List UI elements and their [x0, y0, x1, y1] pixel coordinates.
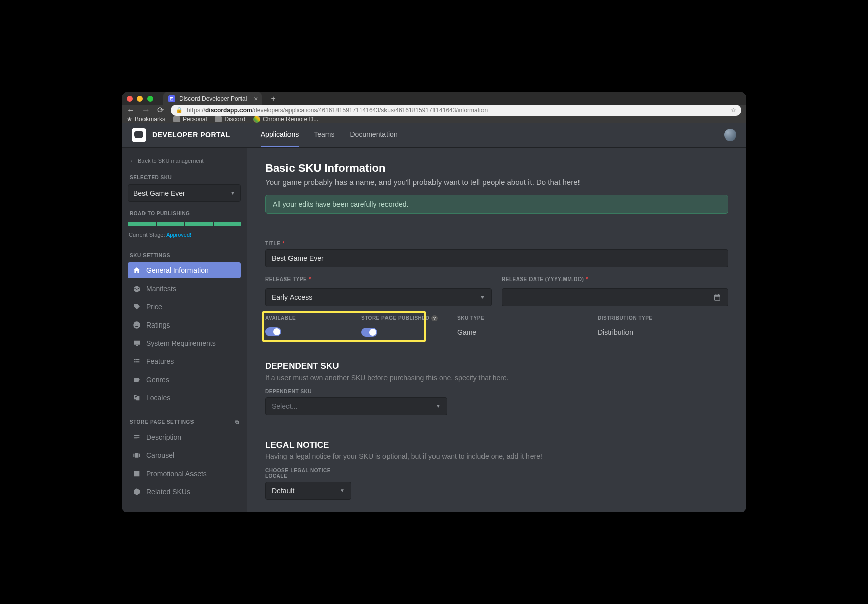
sku-selector-value: Best Game Ever — [133, 189, 185, 197]
current-stage: Current Stage: Approved! — [128, 231, 241, 238]
store-published-label: STORE PAGE PUBLISHED — [361, 315, 429, 321]
legal-locale-select[interactable]: Default ▼ — [265, 482, 351, 500]
sidebar-item-features[interactable]: Features — [128, 353, 241, 369]
release-date-input[interactable] — [502, 288, 728, 306]
chevron-down-icon: ▼ — [436, 403, 441, 409]
image-icon — [133, 470, 141, 478]
smile-icon — [133, 321, 141, 329]
nav-teams[interactable]: Teams — [314, 123, 334, 147]
title-label: TITLE — [265, 241, 280, 246]
minimize-window-button[interactable] — [137, 96, 143, 102]
sidebar-item-related-skus[interactable]: Related SKUs — [128, 484, 241, 500]
brand-text: DEVELOPER PORTAL — [152, 131, 230, 139]
calendar-icon — [713, 293, 721, 301]
dependent-sku-label: DEPENDENT SKU — [265, 389, 312, 394]
bookmarks-bar: ★Bookmarks Personal Discord Chrome Remot… — [122, 116, 746, 123]
back-button[interactable]: ← — [127, 106, 135, 115]
sidebar-item-ratings[interactable]: Ratings — [128, 317, 241, 333]
reload-button[interactable]: ⟳ — [157, 105, 164, 115]
success-banner: All your edits have been carefully recor… — [265, 195, 728, 214]
legal-notice-heading: LEGAL NOTICE — [265, 440, 728, 450]
close-window-button[interactable] — [127, 96, 133, 102]
label-icon — [133, 376, 141, 384]
dependent-sku-heading: DEPENDENT SKU — [265, 361, 728, 371]
translate-icon — [133, 394, 141, 402]
list-icon — [133, 357, 141, 365]
title-field: TITLE* — [265, 241, 728, 267]
sidebar-item-manifests[interactable]: Manifests — [128, 281, 241, 297]
user-avatar[interactable] — [724, 129, 736, 141]
sidebar-item-price[interactable]: Price — [128, 299, 241, 315]
sku-settings-label: SKU SETTINGS — [128, 251, 241, 260]
sidebar-item-promotional-assets[interactable]: Promotional Assets — [128, 466, 241, 482]
page-subtitle: Your game probably has a name, and you'l… — [265, 178, 728, 187]
legal-locale-label: CHOOSE LEGAL NOTICE LOCALE — [265, 468, 351, 479]
lock-icon: 🔒 — [176, 107, 183, 113]
forward-button[interactable]: → — [142, 106, 150, 115]
close-tab-icon[interactable]: × — [254, 95, 258, 103]
new-tab-button[interactable]: + — [271, 94, 275, 103]
sku-selector[interactable]: Best Game Ever ▼ — [128, 184, 241, 202]
maximize-window-button[interactable] — [147, 96, 153, 102]
store-published-toggle[interactable] — [361, 328, 377, 337]
tag-icon — [133, 303, 141, 311]
external-link-icon[interactable]: ⧉ — [235, 419, 239, 425]
bookmark-bookmarks[interactable]: ★Bookmarks — [127, 116, 165, 123]
tab-title: Discord Developer Portal — [179, 95, 247, 102]
box-icon — [133, 285, 141, 293]
sidebar-item-carousel[interactable]: Carousel — [128, 447, 241, 463]
titlebar: ⊡ Discord Developer Portal × + — [122, 92, 746, 105]
monitor-icon — [133, 339, 141, 347]
store-page-settings-label: STORE PAGE SETTINGS ⧉ — [128, 417, 241, 427]
title-input[interactable] — [265, 249, 728, 267]
browser-window: ⊡ Discord Developer Portal × + ← → ⟳ 🔒 h… — [122, 92, 746, 512]
bookmark-discord[interactable]: Discord — [215, 116, 245, 123]
nav-applications[interactable]: Applications — [261, 123, 299, 147]
bookmark-star-icon[interactable]: ☆ — [731, 107, 736, 114]
available-toggle[interactable] — [265, 327, 281, 336]
distribution-type-value: Distribution — [598, 328, 728, 336]
text-icon — [133, 433, 141, 441]
browser-tab[interactable]: ⊡ Discord Developer Portal × — [163, 92, 262, 105]
legal-notice-sub: Having a legal notice for your SKU is op… — [265, 452, 728, 460]
package-icon — [133, 488, 141, 496]
arrow-left-icon: ← — [130, 158, 135, 164]
main-content: Basic SKU Information Your game probably… — [247, 148, 746, 512]
sidebar-item-genres[interactable]: Genres — [128, 371, 241, 388]
sidebar-item-system-requirements[interactable]: System Requirements — [128, 335, 241, 351]
sidebar-item-general-information[interactable]: General Information — [128, 262, 241, 278]
road-to-publishing-label: ROAD TO PUBLISHING — [128, 209, 241, 218]
back-to-sku-link[interactable]: ← Back to SKU management — [128, 156, 241, 166]
carousel-icon — [133, 451, 141, 459]
page-title: Basic SKU Information — [265, 162, 728, 175]
discord-favicon: ⊡ — [168, 95, 175, 102]
nav-documentation[interactable]: Documentation — [350, 123, 398, 147]
bookmark-personal[interactable]: Personal — [173, 116, 207, 123]
available-label: AVAILABLE — [265, 315, 296, 321]
chevron-down-icon: ▼ — [230, 190, 235, 196]
url-input[interactable]: 🔒 https://discordapp.com/developers/appl… — [171, 105, 741, 116]
bookmark-chrome-remote[interactable]: Chrome Remote D... — [253, 116, 318, 123]
dependent-sku-sub: If a user must own another SKU before pu… — [265, 374, 728, 382]
sidebar: ← Back to SKU management SELECTED SKU Be… — [122, 148, 247, 512]
dependent-sku-select[interactable]: Select... ▼ — [265, 397, 447, 415]
app-header: DEVELOPER PORTAL Applications Teams Docu… — [122, 123, 746, 148]
selected-sku-label: SELECTED SKU — [128, 173, 241, 182]
sidebar-item-locales[interactable]: Locales — [128, 390, 241, 406]
release-type-label: RELEASE TYPE — [265, 276, 307, 282]
help-icon[interactable]: ? — [431, 315, 438, 321]
app-body: ← Back to SKU management SELECTED SKU Be… — [122, 148, 746, 512]
release-type-select[interactable]: Early Access ▼ — [265, 288, 492, 306]
discord-logo-icon — [132, 128, 146, 142]
top-nav: Applications Teams Documentation — [261, 123, 398, 147]
distribution-type-label: DISTRIBUTION TYPE — [598, 315, 653, 321]
sidebar-item-description[interactable]: Description — [128, 429, 241, 445]
url-text: https://discordapp.com/developers/applic… — [187, 107, 727, 114]
sku-type-label: SKU TYPE — [457, 315, 485, 321]
app: DEVELOPER PORTAL Applications Teams Docu… — [122, 123, 746, 512]
home-icon — [133, 266, 141, 274]
sku-type-value: Game — [457, 328, 588, 336]
publishing-progress — [128, 222, 241, 226]
chevron-down-icon: ▼ — [480, 294, 485, 300]
address-bar: ← → ⟳ 🔒 https://discordapp.com/developer… — [122, 105, 746, 116]
